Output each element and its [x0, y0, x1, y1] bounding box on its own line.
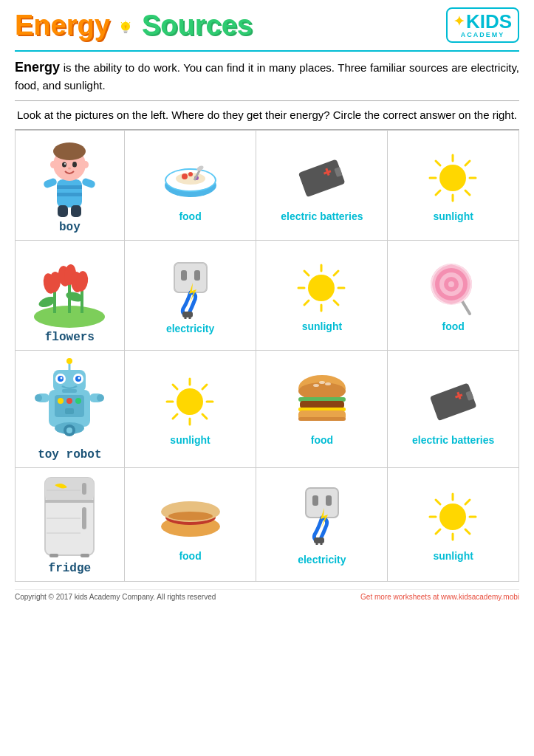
- answer-cell-battery-1[interactable]: electric batteries: [256, 131, 388, 241]
- svg-point-15: [64, 163, 66, 165]
- svg-rect-118: [300, 401, 344, 408]
- svg-point-83: [66, 398, 72, 404]
- sun-icon-1: [391, 148, 516, 207]
- svg-rect-89: [62, 389, 77, 393]
- subject-label-fridge: fridge: [18, 562, 121, 575]
- svg-point-13: [62, 162, 66, 168]
- answer-cell-battery-3[interactable]: electric batteries: [388, 351, 519, 468]
- lollipop-icon: [391, 258, 516, 317]
- svg-rect-142: [326, 495, 332, 506]
- svg-point-17: [50, 161, 56, 168]
- answer-cell-electricity-4[interactable]: electricity: [256, 468, 388, 582]
- svg-point-103: [177, 388, 203, 415]
- svg-rect-85: [65, 408, 74, 414]
- intro-body: is the ability to do work. You can find …: [15, 61, 519, 92]
- svg-point-84: [75, 398, 81, 404]
- copyright-text: Copyright © 2017 kids Academy Company. A…: [15, 593, 216, 601]
- subject-cell-boy: boy: [16, 131, 125, 241]
- lightbulb-icon: [117, 21, 134, 37]
- svg-rect-22: [71, 205, 81, 217]
- table-row: flowers: [16, 241, 519, 351]
- title-energy: Energy: [15, 10, 110, 41]
- svg-point-12: [53, 142, 86, 160]
- table-row: fridge: [16, 468, 519, 582]
- svg-line-73: [334, 300, 338, 305]
- logo-academy: ACADEMY: [461, 31, 505, 38]
- svg-rect-129: [82, 483, 86, 495]
- answer-cell-food-1[interactable]: food: [124, 131, 256, 241]
- answer-label-battery-3: electric batteries: [391, 434, 516, 446]
- svg-rect-143: [314, 537, 324, 543]
- svg-rect-127: [45, 478, 94, 501]
- answer-cell-electricity-2[interactable]: electricity: [124, 241, 256, 351]
- svg-point-139: [168, 512, 213, 520]
- svg-rect-121: [298, 417, 346, 421]
- svg-line-41: [436, 161, 440, 165]
- battery-icon-1: [259, 148, 384, 207]
- svg-point-99: [97, 394, 104, 402]
- page: Energy Sources ✦ KIDS AC: [0, 0, 534, 616]
- svg-point-29: [188, 172, 193, 176]
- answer-cell-sun-4[interactable]: sunlight: [388, 468, 519, 582]
- svg-rect-32: [298, 159, 346, 197]
- svg-point-79: [448, 281, 454, 287]
- answer-cell-sun-3[interactable]: sunlight: [124, 351, 256, 468]
- burger-icon: [259, 372, 384, 431]
- svg-line-154: [436, 529, 440, 534]
- subject-cell-robot: toy robot: [16, 351, 125, 468]
- table-row: toy robot: [16, 351, 519, 468]
- svg-point-147: [439, 504, 466, 530]
- title: Energy Sources: [15, 10, 253, 41]
- svg-rect-141: [312, 495, 318, 506]
- answer-label-food-3: food: [259, 434, 384, 446]
- svg-point-115: [325, 382, 331, 385]
- answer-label-battery-1: electric batteries: [259, 210, 384, 222]
- svg-point-95: [78, 377, 81, 379]
- subject-cell-flowers: flowers: [16, 241, 125, 351]
- svg-point-88: [66, 358, 72, 364]
- svg-line-42: [465, 161, 470, 165]
- intro-text: Energy is the ability to do work. You ca…: [15, 50, 519, 94]
- footer: Copyright © 2017 kids Academy Company. A…: [15, 589, 519, 601]
- subject-cell-fridge: fridge: [16, 468, 125, 582]
- svg-rect-60: [194, 270, 200, 281]
- svg-rect-140: [306, 488, 338, 518]
- boy-icon: [18, 137, 121, 218]
- answer-cell-food-4[interactable]: food: [124, 468, 256, 582]
- flowers-icon: [18, 247, 121, 328]
- intro-bold: Energy: [15, 60, 60, 75]
- logo-star-icon: ✦: [453, 13, 465, 30]
- svg-line-109: [202, 385, 207, 389]
- svg-point-18: [83, 161, 89, 168]
- svg-point-65: [308, 275, 335, 301]
- instruction: Look at the pictures on the left. Where …: [15, 100, 519, 131]
- svg-rect-135: [81, 554, 89, 557]
- energy-grid: boy: [15, 130, 519, 582]
- header: Energy Sources ✦ KIDS AC: [15, 7, 519, 43]
- svg-line-152: [436, 500, 440, 504]
- svg-line-110: [173, 414, 177, 419]
- subject-label-robot: toy robot: [18, 448, 121, 461]
- svg-line-71: [334, 271, 338, 275]
- answer-label-food-1: food: [128, 210, 253, 222]
- svg-rect-130: [82, 507, 86, 529]
- answer-cell-sun-1[interactable]: sunlight: [388, 131, 519, 241]
- sun-icon-2: [259, 258, 384, 317]
- svg-point-36: [439, 165, 466, 191]
- answer-cell-sun-2[interactable]: sunlight: [256, 241, 388, 351]
- svg-rect-19: [43, 177, 58, 189]
- plug-icon-2: [259, 484, 384, 551]
- answer-cell-food-3[interactable]: food: [256, 351, 388, 468]
- svg-line-72: [304, 300, 309, 305]
- subject-label-boy: boy: [18, 221, 121, 234]
- answer-cell-food-2[interactable]: food: [388, 241, 519, 351]
- answer-label-food-4: food: [128, 550, 253, 562]
- svg-rect-21: [58, 205, 68, 217]
- answer-label-sun-2: sunlight: [259, 320, 384, 332]
- svg-point-114: [313, 384, 319, 387]
- svg-rect-10: [57, 193, 82, 196]
- svg-point-102: [66, 427, 72, 433]
- answer-label-food-2: food: [391, 320, 516, 332]
- svg-line-111: [202, 414, 207, 419]
- svg-line-70: [304, 271, 309, 275]
